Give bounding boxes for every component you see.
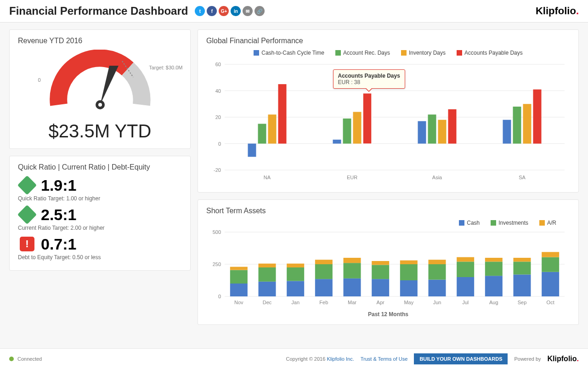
- alert-icon: !: [18, 235, 36, 253]
- ratios-card: Quick Ratio | Current Ratio | Debt-Equit…: [9, 156, 191, 271]
- svg-rect-16: [268, 114, 277, 143]
- svg-text:-20: -20: [214, 167, 221, 173]
- svg-rect-74: [457, 261, 474, 277]
- global-chart-area[interactable]: -200204060NAEURAsiaSA Accounts Payable D…: [206, 60, 570, 185]
- svg-rect-19: [333, 140, 341, 144]
- connected-dot-icon: [9, 357, 14, 361]
- svg-rect-47: [259, 264, 276, 267]
- svg-rect-65: [400, 280, 418, 296]
- svg-rect-66: [400, 264, 418, 280]
- svg-rect-87: [542, 252, 559, 257]
- svg-rect-67: [400, 261, 418, 264]
- twitter-icon[interactable]: t: [195, 6, 205, 16]
- legend-item[interactable]: A/R: [539, 220, 556, 226]
- facebook-icon[interactable]: f: [207, 6, 217, 16]
- terms-link[interactable]: Trust & Terms of Use: [361, 356, 408, 362]
- svg-rect-69: [429, 280, 446, 296]
- legend-swatch: [459, 220, 464, 226]
- svg-text:60: 60: [215, 62, 221, 67]
- svg-text:Feb: Feb: [319, 300, 328, 305]
- svg-text:Nov: Nov: [234, 300, 243, 305]
- link-icon[interactable]: 🔗: [254, 6, 265, 16]
- quick-ratio-row: 1.9:1: [18, 176, 182, 194]
- svg-rect-21: [353, 112, 362, 144]
- svg-rect-77: [485, 276, 503, 296]
- legend-label: Account Rec. Days: [343, 50, 390, 56]
- connected-label: Connected: [17, 356, 42, 362]
- svg-rect-31: [513, 107, 521, 144]
- legend-item[interactable]: Investments: [491, 220, 528, 226]
- legend-item[interactable]: Accounts Payable Days: [457, 50, 523, 56]
- global-chart-title: Global Financial Performance: [206, 37, 570, 45]
- debt-ratio-target: Debt to Equity Target: 0.50 or less: [18, 254, 182, 261]
- svg-rect-28: [448, 109, 457, 144]
- debt-ratio-value: 0.7:1: [41, 235, 77, 253]
- legend-label: Cash: [467, 220, 480, 226]
- svg-rect-15: [258, 124, 266, 143]
- svg-rect-83: [514, 258, 531, 261]
- svg-text:EUR: EUR: [347, 175, 357, 180]
- quick-ratio-target: Quick Ratio Target: 1.00 or higher: [18, 195, 182, 202]
- googleplus-icon[interactable]: G+: [219, 6, 229, 16]
- assets-xaxis-title: Past 12 Months: [206, 311, 570, 318]
- svg-rect-81: [514, 274, 531, 296]
- linkedin-icon[interactable]: in: [231, 6, 241, 16]
- legend-item[interactable]: Account Rec. Days: [335, 50, 390, 56]
- email-icon[interactable]: ✉: [243, 6, 253, 16]
- legend-item[interactable]: Cash-to-Cash Cycle Time: [254, 50, 324, 56]
- global-legend: Cash-to-Cash Cycle TimeAccount Rec. Days…: [206, 50, 570, 56]
- svg-rect-61: [372, 279, 389, 296]
- svg-text:Oct: Oct: [547, 300, 554, 305]
- diamond-icon: [18, 205, 36, 224]
- svg-rect-30: [503, 120, 511, 144]
- svg-text:Jan: Jan: [291, 300, 300, 305]
- legend-item[interactable]: Inventory Days: [401, 50, 446, 56]
- legend-label: Accounts Payable Days: [464, 50, 523, 56]
- current-ratio-row: 2.5:1: [18, 205, 182, 224]
- footer: Connected Copyright © 2016 Klipfolio Inc…: [0, 348, 588, 369]
- svg-rect-63: [372, 261, 389, 265]
- svg-rect-25: [418, 121, 426, 144]
- svg-rect-70: [429, 264, 446, 280]
- svg-rect-59: [344, 258, 361, 263]
- revenue-title: Revenue YTD 2016: [18, 37, 182, 45]
- svg-rect-20: [343, 119, 351, 144]
- header: Financial Performance Dashboard t f G+ i…: [0, 0, 588, 23]
- legend-swatch: [491, 220, 496, 226]
- diamond-icon: [18, 176, 36, 194]
- powered-by: Powered by: [514, 356, 541, 362]
- assets-chart-card: Short Term Assets CashInvestmentsA/R 025…: [198, 199, 579, 325]
- svg-text:0: 0: [218, 141, 221, 147]
- svg-text:Dec: Dec: [263, 300, 272, 305]
- svg-rect-42: [230, 270, 248, 284]
- tooltip-series: Accounts Payable Days: [338, 73, 400, 79]
- footer-logo: Klipfolio.: [548, 355, 579, 363]
- svg-text:20: 20: [215, 114, 221, 120]
- svg-rect-45: [259, 282, 276, 296]
- svg-text:Apr: Apr: [377, 300, 384, 305]
- svg-rect-73: [457, 277, 474, 296]
- svg-rect-50: [287, 267, 304, 281]
- quick-ratio-value: 1.9:1: [41, 176, 77, 194]
- legend-swatch: [401, 50, 407, 56]
- svg-rect-78: [485, 261, 503, 276]
- gauge-zero-label: 0: [38, 77, 41, 83]
- svg-rect-86: [542, 257, 559, 272]
- brand-logo: Klipfolio.: [536, 5, 579, 17]
- build-dashboard-button[interactable]: BUILD YOUR OWN DASHBOARDS: [414, 353, 508, 364]
- legend-item[interactable]: Cash: [459, 220, 480, 226]
- assets-chart-area[interactable]: 0250500NovDecJanFebMarAprMayJunJulAugSep…: [206, 230, 570, 309]
- svg-rect-75: [457, 257, 474, 262]
- legend-swatch: [539, 220, 545, 226]
- svg-rect-79: [485, 258, 503, 261]
- tooltip-cat: EUR: [338, 79, 350, 85]
- current-ratio-target: Current Ratio Target: 2.00 or higher: [18, 225, 182, 231]
- svg-rect-54: [315, 264, 333, 279]
- tooltip-val: 38: [354, 79, 360, 85]
- svg-rect-27: [438, 120, 447, 144]
- svg-rect-57: [344, 278, 361, 296]
- svg-rect-46: [259, 267, 276, 282]
- svg-text:May: May: [404, 300, 413, 305]
- svg-text:NA: NA: [264, 175, 271, 180]
- company-link[interactable]: Klipfolio Inc.: [327, 356, 354, 362]
